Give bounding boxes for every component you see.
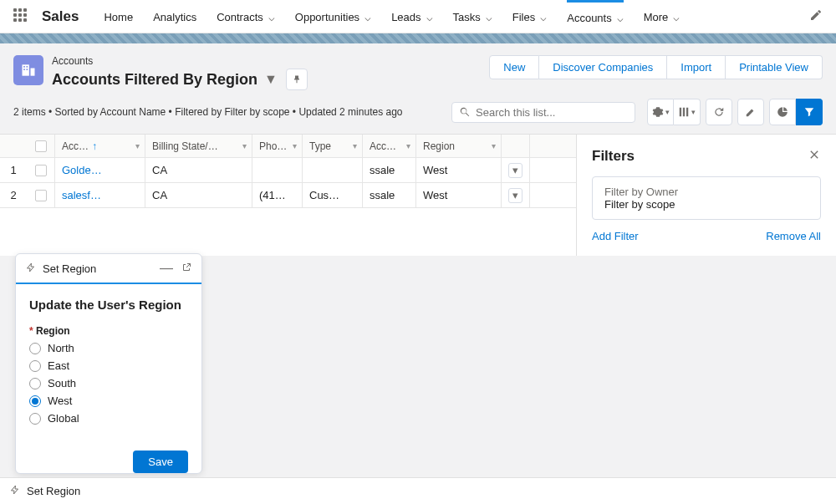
col-type[interactable]: Type▾ <box>303 135 363 157</box>
account-link: salesf… <box>62 189 101 201</box>
list-view-title[interactable]: Accounts Filtered By Region <box>52 71 257 89</box>
sort-asc-icon: ↑ <box>92 140 97 152</box>
radio-global[interactable]: Global <box>29 412 188 425</box>
table-wrap: Acc…↑▾ Billing State/…▾ Pho…▾ Type▾ Acc…… <box>0 135 836 256</box>
radio-icon <box>29 395 41 407</box>
region-field-label: * Region <box>29 325 188 337</box>
chevron-down-icon[interactable]: ⌵ <box>486 11 492 23</box>
nav-opportunities[interactable]: Opportunities⌵ <box>295 0 371 33</box>
utility-bar-label: Set Region <box>27 485 80 497</box>
pattern-strip <box>0 33 836 43</box>
filters-panel: Filters Filter by Owner Filter by scope … <box>577 135 836 256</box>
chevron-down-icon[interactable]: ▾ <box>293 141 297 150</box>
chevron-down-icon[interactable]: ⌵ <box>268 11 275 23</box>
nav-analytics[interactable]: Analytics <box>153 0 196 33</box>
chevron-down-icon[interactable]: ▾ <box>135 141 140 150</box>
list-info: 2 items • Sorted by Account Name • Filte… <box>13 106 403 118</box>
nav-contracts[interactable]: Contracts⌵ <box>217 0 275 33</box>
printable-view-button[interactable]: Printable View <box>726 55 823 79</box>
app-brand: Sales <box>42 8 79 25</box>
list-view-dropdown-icon[interactable]: ▼ <box>264 72 278 87</box>
import-button[interactable]: Import <box>667 55 726 79</box>
chevron-down-icon[interactable]: ▾ <box>406 141 410 150</box>
row-menu-button[interactable]: ▾ <box>508 163 522 178</box>
radio-west[interactable]: West <box>29 395 188 407</box>
col-billing-state[interactable]: Billing State/…▾ <box>145 135 252 157</box>
chart-button[interactable] <box>769 99 796 125</box>
svg-rect-0 <box>23 64 29 75</box>
chevron-down-icon[interactable]: ⌵ <box>364 11 371 23</box>
refresh-button[interactable] <box>706 99 732 125</box>
row-checkbox[interactable] <box>35 165 47 176</box>
svg-rect-8 <box>686 108 688 117</box>
new-button[interactable]: New <box>489 55 539 79</box>
col-phone[interactable]: Pho…▾ <box>252 135 303 157</box>
svg-rect-3 <box>27 66 28 68</box>
add-filter-link[interactable]: Add Filter <box>592 230 639 242</box>
app-launcher-icon[interactable] <box>13 8 30 25</box>
page-header: Accounts Accounts Filtered By Region ▼ N… <box>0 43 836 135</box>
utility-panel: Set Region — Update the User's Region * … <box>15 253 202 474</box>
filter-owner-card[interactable]: Filter by Owner Filter by scope <box>592 176 821 220</box>
radio-east[interactable]: East <box>29 359 188 372</box>
chevron-down-icon[interactable]: ⌵ <box>540 11 547 23</box>
nav-leads[interactable]: Leads⌵ <box>391 0 432 33</box>
svg-rect-7 <box>683 108 685 117</box>
col-acc[interactable]: Acc…▾ <box>363 135 416 157</box>
search-list[interactable] <box>451 102 635 123</box>
utility-bar[interactable]: Set Region <box>0 477 836 504</box>
top-nav: Sales HomeAnalyticsContracts⌵Opportuniti… <box>0 0 836 33</box>
close-icon[interactable] <box>808 148 821 165</box>
radio-south[interactable]: South <box>29 377 188 389</box>
object-crumb: Accounts <box>52 55 489 67</box>
nav-accounts[interactable]: Accounts⌵ <box>567 0 623 33</box>
account-link: Golde… <box>62 164 102 176</box>
radio-icon <box>29 343 41 354</box>
pin-button[interactable] <box>286 69 308 90</box>
nav-home[interactable]: Home <box>104 0 133 33</box>
account-object-icon <box>13 55 43 85</box>
chevron-down-icon[interactable]: ⌵ <box>426 11 433 23</box>
radio-icon <box>29 378 41 389</box>
data-table: Acc…↑▾ Billing State/…▾ Pho…▾ Type▾ Acc…… <box>0 135 577 256</box>
svg-rect-1 <box>31 69 35 76</box>
lightning-icon <box>10 485 20 497</box>
save-button[interactable]: Save <box>133 451 188 473</box>
chevron-down-icon[interactable]: ⌵ <box>617 12 624 24</box>
filter-button[interactable] <box>796 99 823 125</box>
filters-title: Filters <box>592 148 808 165</box>
edit-nav-icon[interactable] <box>809 8 823 25</box>
col-account-name[interactable]: Acc…↑▾ <box>55 135 145 157</box>
utility-heading: Update the User's Region <box>29 298 188 312</box>
lightning-icon <box>26 261 36 276</box>
chevron-down-icon[interactable]: ⌵ <box>673 11 680 23</box>
radio-icon <box>29 360 41 372</box>
popout-icon[interactable] <box>181 261 191 276</box>
settings-button[interactable]: ▾ <box>647 99 674 125</box>
inline-edit-button[interactable] <box>737 99 764 125</box>
discover-companies-button[interactable]: Discover Companies <box>539 55 667 79</box>
svg-rect-2 <box>23 66 25 68</box>
nav-tasks[interactable]: Tasks⌵ <box>453 0 492 33</box>
select-all-checkbox[interactable] <box>35 140 47 152</box>
search-input[interactable] <box>476 106 628 119</box>
minimize-icon[interactable]: — <box>160 261 173 276</box>
col-region[interactable]: Region▾ <box>416 135 502 157</box>
radio-icon <box>29 413 41 425</box>
chevron-down-icon[interactable]: ▾ <box>242 141 247 150</box>
radio-north[interactable]: North <box>29 342 188 354</box>
nav-files[interactable]: Files⌵ <box>512 0 547 33</box>
svg-rect-5 <box>27 69 28 70</box>
table-row: 1 Golde… CA ssale West ▾ <box>0 158 576 183</box>
nav-more[interactable]: More⌵ <box>644 0 681 33</box>
table-row: 2 salesf… CA (41… Cus… ssale West ▾ <box>0 183 576 208</box>
svg-rect-4 <box>23 69 25 70</box>
row-menu-button[interactable]: ▾ <box>508 188 522 203</box>
display-button[interactable]: ▾ <box>674 99 701 125</box>
chevron-down-icon[interactable]: ▾ <box>492 141 496 150</box>
remove-all-link[interactable]: Remove All <box>766 230 821 242</box>
chevron-down-icon[interactable]: ▾ <box>353 141 357 150</box>
utility-title: Set Region <box>43 262 151 275</box>
row-checkbox[interactable] <box>35 190 47 201</box>
table-header: Acc…↑▾ Billing State/…▾ Pho…▾ Type▾ Acc…… <box>0 135 576 158</box>
